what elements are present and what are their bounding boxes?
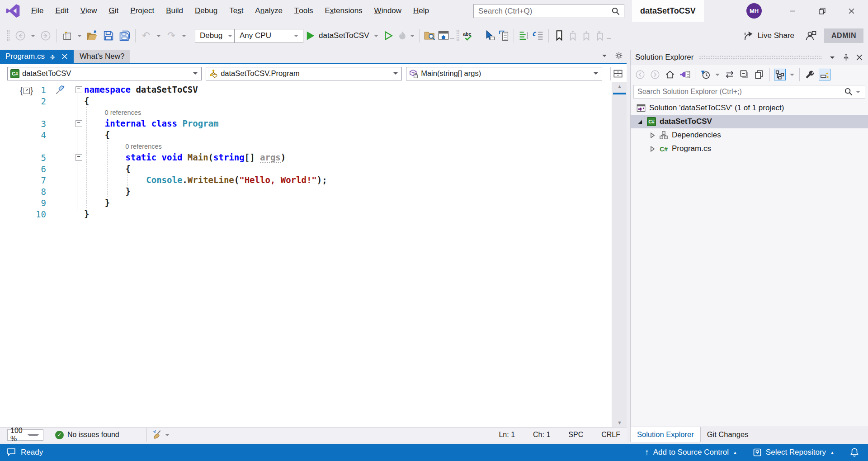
tree-item-dependencies[interactable]: Dependencies	[631, 128, 868, 142]
undo-button[interactable]: ↶	[139, 29, 153, 42]
close-tab-icon[interactable]	[61, 53, 68, 60]
select-mode-button[interactable]	[483, 29, 496, 42]
line-number[interactable]: 3	[0, 119, 55, 129]
document-options-gear-icon[interactable]	[615, 52, 623, 60]
code-line-1[interactable]: 1−namespace dataSetToCSV	[0, 84, 612, 95]
sync-with-active-document-button[interactable]	[724, 69, 736, 80]
quick-actions-screwdriver-icon[interactable]	[55, 85, 65, 95]
search-icon[interactable]	[611, 7, 620, 16]
close-panel-button[interactable]	[854, 52, 864, 62]
add-to-source-control-button[interactable]: ↑ Add to Source Control ▲	[645, 447, 737, 457]
tree-item-datasettocsv[interactable]: C#dataSetToCSV	[631, 115, 868, 128]
collapse-region-button[interactable]: −	[75, 120, 82, 127]
line-indicator[interactable]: Ln: 1	[499, 431, 515, 439]
line-number[interactable]: 10	[0, 209, 55, 219]
filter-dropdown[interactable]	[715, 74, 720, 76]
undo-format-button[interactable]	[531, 29, 545, 42]
menu-view[interactable]: View	[75, 0, 103, 22]
code-cleanup-button[interactable]	[151, 428, 164, 442]
collapse-region-button[interactable]: −	[75, 86, 82, 93]
forward-button[interactable]	[649, 69, 661, 80]
home-window-button[interactable]	[437, 29, 450, 42]
start-debugging-button[interactable]: dataSetToCSV	[303, 28, 382, 43]
menu-edit[interactable]: Edit	[49, 0, 74, 22]
toolbar-grip[interactable]	[456, 30, 460, 42]
menu-analyze[interactable]: Analyze	[249, 0, 288, 22]
search-input[interactable]	[474, 7, 611, 16]
live-share-button[interactable]: Live Share	[740, 30, 798, 41]
format-indent-button[interactable]	[518, 29, 531, 42]
line-number[interactable]: 9	[0, 198, 55, 208]
line-number[interactable]: 6	[0, 164, 55, 174]
show-all-files-dropdown[interactable]	[790, 74, 794, 76]
collapsed-arrow-icon[interactable]	[648, 132, 656, 138]
window-position-dropdown[interactable]	[827, 52, 837, 62]
toggle-bookmark-button[interactable]	[552, 29, 566, 42]
solution-search-input[interactable]	[637, 88, 844, 96]
copy-structure-button[interactable]	[496, 29, 510, 42]
close-button[interactable]	[839, 0, 864, 22]
feedback-bubble-icon[interactable]	[6, 447, 16, 457]
navbar-type-dropdown[interactable]: dataSetToCSV.Program	[206, 67, 402, 80]
search-box[interactable]	[473, 4, 624, 18]
menu-git[interactable]: Git	[103, 0, 125, 22]
tab-git-changes[interactable]: Git Changes	[701, 427, 755, 442]
find-in-files-button[interactable]	[423, 29, 437, 42]
code-line-4[interactable]: 4 {	[0, 129, 612, 141]
start-button-dropdown[interactable]	[374, 35, 378, 37]
switch-views-button[interactable]	[679, 69, 691, 80]
tree-item-solution-datasettocsv-1-of-1-project[interactable]: Solution 'dataSetToCSV' (1 of 1 project)	[631, 101, 868, 115]
codelens-references-link[interactable]: 0 references	[84, 107, 141, 118]
collapsed-arrow-icon[interactable]	[648, 146, 656, 152]
overflow-dash-icon[interactable]: _	[450, 31, 454, 40]
issues-status-text[interactable]: No issues found	[67, 431, 119, 439]
menu-build[interactable]: Build	[160, 0, 189, 22]
code-cleanup-dropdown[interactable]	[165, 434, 170, 436]
menu-tools[interactable]: Tools	[288, 0, 319, 22]
save-button[interactable]	[102, 29, 115, 42]
line-number[interactable]: 5	[0, 153, 55, 163]
code-line-5[interactable]: 5− static void Main(string[] args)	[0, 152, 612, 163]
menu-debug[interactable]: Debug	[189, 0, 223, 22]
feedback-button[interactable]	[804, 29, 818, 42]
code-line-8[interactable]: 8 }	[0, 186, 612, 197]
split-window-button[interactable]	[610, 67, 625, 80]
collapse-region-button[interactable]: −	[75, 154, 82, 161]
solution-explorer-header[interactable]: Solution Explorer	[631, 50, 868, 65]
codelens-row[interactable]: 0 references	[0, 141, 612, 152]
tab-solution-explorer[interactable]: Solution Explorer	[631, 427, 701, 442]
pending-changes-filter-button[interactable]	[699, 69, 711, 80]
line-number[interactable]: 2	[0, 96, 55, 106]
pin-tab-icon[interactable]	[49, 53, 57, 60]
preview-document-button[interactable]	[754, 69, 765, 80]
panel-drag-handle[interactable]	[699, 55, 822, 60]
tab-what-s-new[interactable]: What's New?	[74, 50, 130, 63]
code-line-3[interactable]: 3− internal class Program	[0, 118, 612, 129]
clear-bookmarks-button[interactable]	[593, 29, 607, 42]
navbar-member-dropdown[interactable]: Main(string[] args)	[406, 67, 602, 80]
toolbar-grip[interactable]	[6, 30, 10, 42]
redo-dropdown[interactable]	[182, 35, 186, 37]
code-line-9[interactable]: 9 }	[0, 197, 612, 208]
zoom-level-select[interactable]: 100 %	[7, 429, 43, 441]
previous-bookmark-button[interactable]	[566, 29, 580, 42]
scroll-down-arrow-icon[interactable]: ▼	[612, 418, 627, 427]
codelens-references-link[interactable]: 0 references	[84, 141, 162, 152]
expanded-arrow-icon[interactable]	[636, 119, 643, 125]
navigate-back-dropdown[interactable]	[31, 35, 35, 37]
menu-help[interactable]: Help	[407, 0, 435, 22]
account-avatar[interactable]: MH	[746, 3, 762, 19]
spell-checker-button[interactable]: abc	[462, 29, 475, 42]
undo-dropdown[interactable]	[156, 35, 161, 37]
redo-button[interactable]: ↷	[165, 29, 178, 42]
panel-splitter[interactable]	[627, 50, 630, 442]
code-line-7[interactable]: 7 Console.WriteLine("Hello, World!");	[0, 174, 612, 186]
scroll-up-arrow-icon[interactable]: ▲	[612, 82, 627, 91]
new-project-dropdown[interactable]	[77, 35, 82, 37]
save-all-button[interactable]	[118, 29, 132, 42]
hot-reload-dropdown[interactable]	[410, 35, 415, 37]
preview-selected-items-toggle[interactable]	[819, 69, 830, 80]
spaces-indicator[interactable]: SPC	[568, 431, 583, 439]
notifications-bell-icon[interactable]	[850, 447, 859, 457]
tab-program-cs[interactable]: Program.cs	[0, 50, 74, 63]
